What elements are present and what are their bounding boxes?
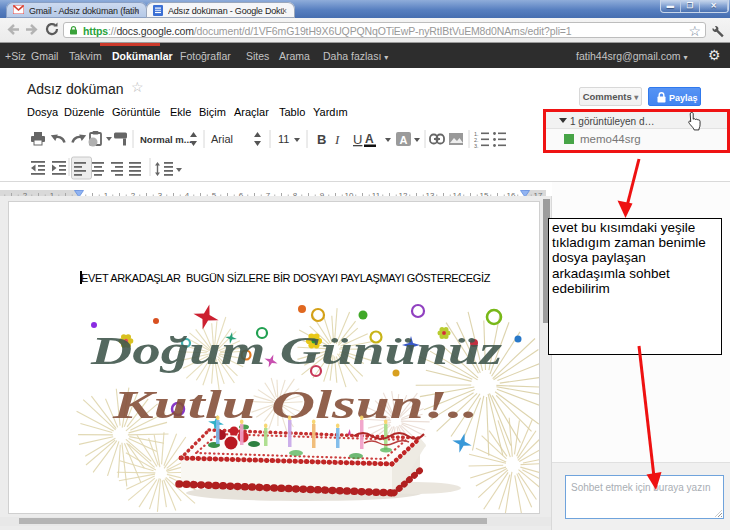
svg-text:A: A [400,134,408,146]
svg-text:11: 11 [278,133,289,145]
svg-text:U: U [353,132,362,147]
svg-text:B: B [317,132,326,147]
svg-text:3.: 3. [474,143,479,149]
svg-text:Kutlu Olsun!..: Kutlu Olsun!.. [111,382,478,427]
svg-text:Arial: Arial [211,133,233,145]
svg-text:I: I [334,132,340,147]
svg-text:Doğum Gününüz: Doğum Gününüz [90,327,502,373]
svg-text:Normal m...: Normal m... [140,134,192,145]
svg-text:A: A [365,132,374,146]
